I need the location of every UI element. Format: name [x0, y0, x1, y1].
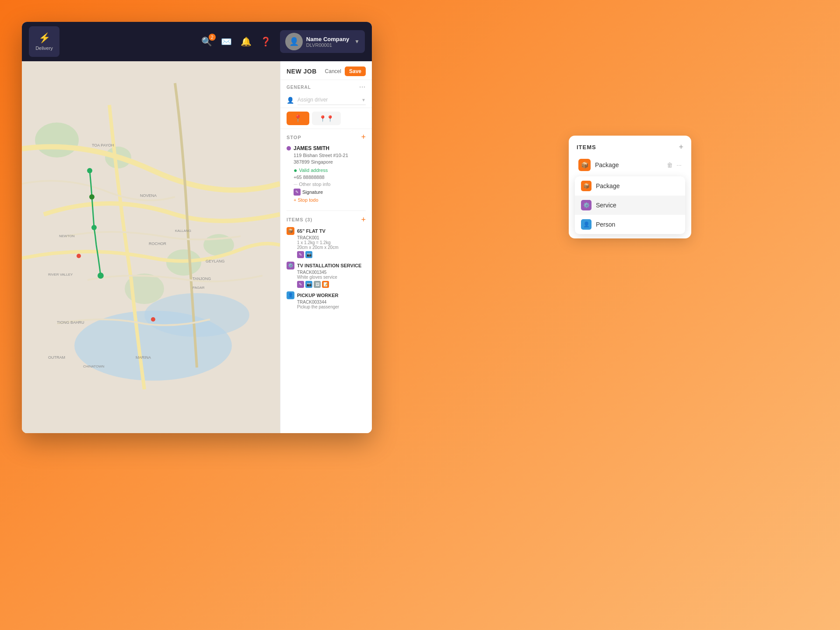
user-info: Name Company DLVR00001 — [306, 36, 349, 48]
help-icon-wrapper[interactable]: ❓ — [260, 36, 271, 47]
item-2-name: TV INSTALLATION SERVICE — [297, 263, 361, 268]
add-stop-button[interactable]: + — [361, 133, 366, 142]
help-icon: ❓ — [260, 37, 271, 46]
items-popup: ITEMS + 📦 Package 🗑 ··· 📦 Package ⚙️ — [569, 136, 691, 238]
svg-text:GEYLANG: GEYLANG — [206, 259, 225, 263]
service-option-label: Service — [596, 202, 616, 209]
main-area: TOA PAYOH NOVENA ROCHOR KALLANG GEYLANG … — [22, 61, 372, 433]
more-options-icon[interactable]: ··· — [676, 161, 682, 168]
type-dropdown: 📦 Package ⚙️ Service 👤 Person — [575, 176, 685, 234]
dropdown-person-option[interactable]: 👤 Person — [575, 215, 685, 234]
location-icon: 📍 — [294, 114, 302, 122]
item-2: ⚙️ TV INSTALLATION SERVICE TRACK001345 W… — [287, 262, 366, 288]
svg-point-26 — [151, 317, 155, 322]
phone-row: +65 88888888 — [287, 175, 366, 180]
item-1-tags: ✎ 📷 — [287, 251, 366, 258]
new-job-header: NEW JOB Cancel Save — [280, 61, 372, 80]
popup-item-actions: 🗑 ··· — [667, 161, 682, 168]
popup-add-button[interactable]: + — [679, 143, 683, 152]
item-1-details: 1 x 1.2kg = 1.2kg — [287, 240, 366, 245]
stop-section: STOP + JAMES SMITH 119 Bishan Street #10… — [280, 129, 372, 208]
package-option-label: Package — [596, 182, 620, 189]
item-3-icon: 👤 — [287, 291, 294, 299]
tag-blue-icon: 📷 — [305, 251, 312, 258]
svg-point-3 — [35, 122, 79, 158]
user-profile[interactable]: 👤 Name Company DLVR00001 ▼ — [280, 30, 365, 53]
popup-item-left: 📦 Package — [578, 159, 619, 171]
valid-check-icon: ● — [294, 167, 297, 174]
item-3-name: PICKUP WORKER — [297, 293, 339, 298]
location-dot-icon — [287, 146, 291, 150]
svg-point-8 — [98, 273, 104, 279]
item-1: 📦 65" FLAT TV TRACK001 1 x 1.2kg = 1.2kg… — [287, 227, 366, 258]
package-option-icon: 📦 — [581, 181, 592, 191]
person-option-label: Person — [596, 221, 615, 228]
popup-selected-item[interactable]: 📦 Package 🗑 ··· — [575, 156, 685, 174]
bell-icon-wrapper[interactable]: 🔔 — [241, 36, 252, 47]
dropdown-package-option[interactable]: 📦 Package — [575, 176, 685, 196]
single-stop-button[interactable]: 📍 — [287, 112, 309, 125]
item-2-details: White gloves service — [287, 275, 366, 280]
popup-package-label: Package — [595, 161, 619, 168]
popup-title-row: ITEMS + — [575, 143, 685, 152]
signature-label: Signature — [302, 189, 323, 195]
add-item-button[interactable]: + — [361, 215, 366, 224]
tag-purple-icon: ✎ — [297, 251, 304, 258]
save-button[interactable]: Save — [345, 66, 366, 76]
multi-stop-button[interactable]: 📍📍 — [312, 112, 341, 125]
svg-text:NEWTON: NEWTON — [59, 234, 75, 238]
map-area[interactable]: TOA PAYOH NOVENA ROCHOR KALLANG GEYLANG … — [22, 61, 280, 433]
popup-title: ITEMS — [577, 144, 596, 150]
bell-icon: 🔔 — [241, 37, 252, 46]
svg-text:TOA PAYOH: TOA PAYOH — [92, 143, 114, 147]
multi-location-icon: 📍📍 — [319, 115, 334, 122]
stop-card: JAMES SMITH 119 Bishan Street #10-21 387… — [287, 145, 366, 206]
stop-name-row: JAMES SMITH — [287, 145, 366, 151]
item-1-dimensions: 20cm x 20cm x 20cm — [287, 245, 366, 250]
assign-driver-dropdown[interactable]: Assign driver ▼ — [298, 95, 366, 105]
item-1-name-row: 📦 65" FLAT TV — [287, 227, 366, 235]
topbar: ⚡ Delivery 🔍 2 ✉️ 🔔 ❓ 👤 Name Company — [22, 22, 372, 61]
mail-icon-wrapper[interactable]: ✉️ — [221, 36, 232, 47]
svg-point-11 — [87, 168, 92, 173]
general-section-label: GENERAL ··· — [280, 80, 372, 92]
svg-text:OUTRAM: OUTRAM — [48, 355, 65, 360]
general-menu-icon[interactable]: ··· — [359, 84, 366, 91]
cancel-button[interactable]: Cancel — [325, 68, 341, 74]
stop-todo-row[interactable]: + Stop todo — [287, 197, 366, 203]
delivery-label: Delivery — [35, 46, 53, 51]
delete-icon[interactable]: 🗑 — [667, 161, 673, 168]
signature-row: ✎ Signature — [287, 189, 366, 196]
new-job-title: NEW JOB — [287, 68, 317, 75]
search-icon-wrapper[interactable]: 🔍 2 — [201, 36, 212, 47]
dropdown-service-option[interactable]: ⚙️ Service — [575, 196, 685, 215]
item-2-tags: ✎ 📷 🖼 📝 — [287, 281, 366, 288]
tag-gray-icon: 🖼 — [314, 281, 321, 288]
mail-icon: ✉️ — [221, 37, 232, 46]
item-1-icon: 📦 — [287, 227, 294, 235]
other-info-row[interactable]: ··· Other stop info — [287, 182, 366, 187]
topbar-icons: 🔍 2 ✉️ 🔔 ❓ 👤 Name Company DLVR00001 ▼ — [201, 30, 365, 53]
svg-point-25 — [77, 254, 81, 258]
item-2-icon: ⚙️ — [287, 262, 294, 270]
signature-icon: ✎ — [294, 189, 301, 196]
svg-text:PAGAR: PAGAR — [192, 286, 205, 290]
chevron-down-icon: ▼ — [354, 38, 360, 45]
item-1-track: TRACK001 — [287, 235, 366, 240]
svg-point-2 — [144, 293, 249, 337]
item-3-name-row: 👤 PICKUP WORKER — [287, 291, 366, 299]
item-2-track: TRACK001345 — [287, 270, 366, 275]
assign-driver-row: 👤 Assign driver ▼ — [280, 92, 372, 108]
items-section: ITEMS (3) + 📦 65" FLAT TV TRACK001 1 x 1… — [280, 214, 372, 316]
customer-name: JAMES SMITH — [294, 145, 329, 151]
side-panel: NEW JOB Cancel Save GENERAL ··· 👤 Assign… — [280, 61, 372, 433]
delivery-button[interactable]: ⚡ Delivery — [29, 26, 60, 57]
avatar: 👤 — [285, 33, 303, 50]
svg-text:TIONG BAHRU: TIONG BAHRU — [57, 320, 84, 325]
svg-text:RIVER VALLEY: RIVER VALLEY — [48, 273, 73, 276]
svg-point-10 — [89, 194, 94, 200]
tag-purple-icon-2: ✎ — [297, 281, 304, 288]
tag-blue-icon-2: 📷 — [305, 281, 312, 288]
stop-header: STOP + — [287, 133, 366, 142]
header-actions: Cancel Save — [325, 66, 366, 76]
